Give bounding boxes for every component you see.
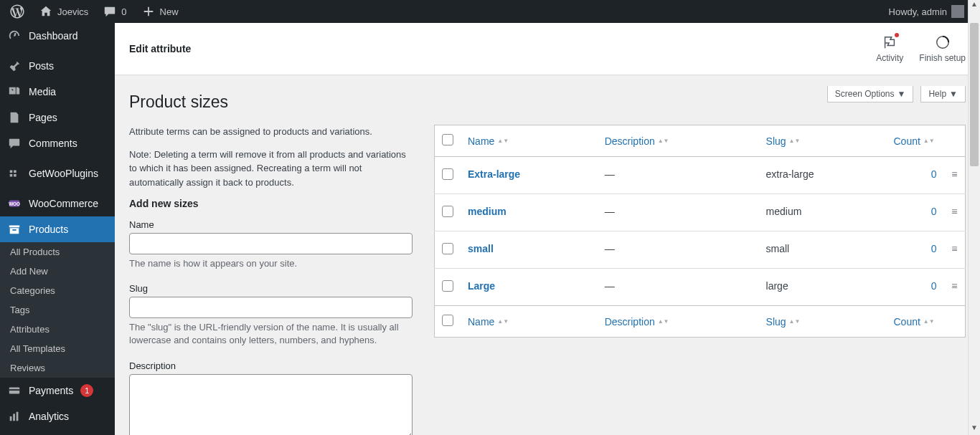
row-checkbox[interactable] xyxy=(442,206,453,217)
sort-name-bottom[interactable]: Name▲▼ xyxy=(468,316,509,328)
admin-bar: Joevics 0 New Howdy, admin xyxy=(0,0,980,23)
sidebar-item-label: Payments xyxy=(29,385,73,396)
submenu-all-templates[interactable]: All Templates xyxy=(0,339,115,358)
term-description: — xyxy=(598,269,759,306)
term-slug: medium xyxy=(759,194,887,231)
name-desc: The name is how it appears on your site. xyxy=(129,257,413,270)
site-name-link[interactable]: Joevics xyxy=(33,0,94,23)
drag-handle-icon[interactable]: ≡ xyxy=(944,194,966,231)
sidebar-item-comments[interactable]: Comments xyxy=(0,130,115,156)
svg-rect-1 xyxy=(14,171,17,173)
comments-link[interactable]: 0 xyxy=(97,0,132,23)
term-description: — xyxy=(598,194,759,231)
term-name-link[interactable]: small xyxy=(468,243,494,254)
sidebar-item-label: Posts xyxy=(29,60,54,72)
term-description: — xyxy=(598,231,759,269)
page-title: Edit attribute xyxy=(129,43,191,54)
drag-handle-icon[interactable]: ≡ xyxy=(944,157,966,194)
svg-text:WOO: WOO xyxy=(9,201,20,206)
finish-setup-button[interactable]: Finish setup xyxy=(919,34,966,63)
term-count-link[interactable]: 0 xyxy=(931,280,937,292)
submenu-reviews[interactable]: Reviews xyxy=(0,358,115,378)
sidebar-item-label: Media xyxy=(29,86,56,97)
content-header: Edit attribute Activity Finish setup xyxy=(115,23,980,75)
submenu-categories[interactable]: Categories xyxy=(0,281,115,300)
sort-count[interactable]: Count▲▼ xyxy=(894,135,935,147)
note-text: Note: Deleting a term will remove it fro… xyxy=(129,148,413,190)
content-area: Edit attribute Activity Finish setup xyxy=(115,23,980,435)
sort-count-bottom[interactable]: Count▲▼ xyxy=(894,316,935,328)
sort-description-bottom[interactable]: Description▲▼ xyxy=(605,316,669,328)
select-all-checkbox[interactable] xyxy=(442,134,453,145)
pin-icon xyxy=(7,59,22,73)
media-icon xyxy=(7,85,22,99)
progress-icon xyxy=(935,34,951,50)
term-name-link[interactable]: Large xyxy=(468,280,495,292)
comment-icon xyxy=(103,4,117,19)
sort-slug[interactable]: Slug▲▼ xyxy=(766,135,801,147)
page-icon xyxy=(7,110,22,125)
description-input[interactable] xyxy=(129,374,413,435)
scroll-down-arrow[interactable]: ▼ xyxy=(969,424,980,435)
plus-icon xyxy=(141,4,156,19)
svg-rect-7 xyxy=(9,389,19,391)
term-slug: small xyxy=(759,231,887,269)
term-name-link[interactable]: Extra-large xyxy=(468,168,520,180)
new-content-link[interactable]: New xyxy=(136,0,184,23)
select-all-checkbox-bottom[interactable] xyxy=(442,315,453,326)
term-count-link[interactable]: 0 xyxy=(931,243,937,254)
woo-icon: WOO xyxy=(7,196,22,211)
wp-logo[interactable] xyxy=(4,0,30,23)
sort-slug-bottom[interactable]: Slug▲▼ xyxy=(766,316,801,328)
row-checkbox[interactable] xyxy=(442,280,453,292)
row-checkbox[interactable] xyxy=(442,168,453,180)
help-button[interactable]: Help ▼ xyxy=(920,86,966,102)
name-input[interactable] xyxy=(129,233,413,254)
drag-handle-icon[interactable]: ≡ xyxy=(944,269,966,306)
account-link[interactable]: Howdy, admin xyxy=(883,0,970,23)
sidebar-item-posts[interactable]: Posts xyxy=(0,53,115,79)
sidebar-item-label: Dashboard xyxy=(29,30,78,42)
howdy-text: Howdy, admin xyxy=(889,6,947,17)
table-row: Extra-large—extra-large0≡ xyxy=(435,157,966,194)
svg-rect-8 xyxy=(10,416,12,421)
products-submenu: All Products Add New Categories Tags Att… xyxy=(0,242,115,378)
submenu-add-new[interactable]: Add New xyxy=(0,262,115,281)
activity-button[interactable]: Activity xyxy=(876,34,903,63)
scroll-thumb[interactable] xyxy=(970,23,979,166)
admin-sidebar: Dashboard Posts Media Pages Comments xyxy=(0,23,115,435)
sidebar-item-getwooplugins[interactable]: GetWooPlugins xyxy=(0,161,115,186)
term-count-link[interactable]: 0 xyxy=(931,168,937,180)
sidebar-item-woocommerce[interactable]: WOO WooCommerce xyxy=(0,191,115,216)
sidebar-item-payments[interactable]: Payments 1 xyxy=(0,378,115,403)
row-checkbox[interactable] xyxy=(442,243,453,254)
terms-table: Name▲▼ Description▲▼ Slug▲▼ Count▲▼ Extr… xyxy=(434,125,966,338)
screen-options-button[interactable]: Screen Options ▼ xyxy=(827,86,914,102)
sidebar-item-analytics[interactable]: Analytics xyxy=(0,403,115,429)
intro-text: Attribute terms can be assigned to produ… xyxy=(129,125,413,139)
sidebar-item-label: Pages xyxy=(29,112,57,123)
scroll-up-arrow[interactable]: ▲ xyxy=(969,0,980,11)
archive-icon xyxy=(7,222,22,236)
sidebar-item-pages[interactable]: Pages xyxy=(0,105,115,130)
table-row: small—small0≡ xyxy=(435,231,966,269)
analytics-icon xyxy=(7,409,22,424)
sort-name[interactable]: Name▲▼ xyxy=(468,135,509,147)
slug-input[interactable] xyxy=(129,297,413,318)
sidebar-item-label: GetWooPlugins xyxy=(29,168,98,179)
add-new-heading: Add new sizes xyxy=(129,198,413,209)
sort-description[interactable]: Description▲▼ xyxy=(605,135,669,147)
sidebar-item-products[interactable]: Products xyxy=(0,216,115,242)
submenu-all-products[interactable]: All Products xyxy=(0,242,115,262)
term-name-link[interactable]: medium xyxy=(468,206,507,217)
sidebar-item-label: Products xyxy=(29,224,68,235)
submenu-tags[interactable]: Tags xyxy=(0,300,115,320)
svg-rect-3 xyxy=(14,174,17,177)
term-count-link[interactable]: 0 xyxy=(931,206,937,217)
sidebar-item-dashboard[interactable]: Dashboard xyxy=(0,23,115,49)
drag-handle-icon[interactable]: ≡ xyxy=(944,231,966,269)
dashboard-icon xyxy=(7,29,22,43)
page-scrollbar[interactable]: ▲ ▼ xyxy=(968,0,980,435)
submenu-attributes[interactable]: Attributes xyxy=(0,320,115,339)
sidebar-item-media[interactable]: Media xyxy=(0,79,115,105)
